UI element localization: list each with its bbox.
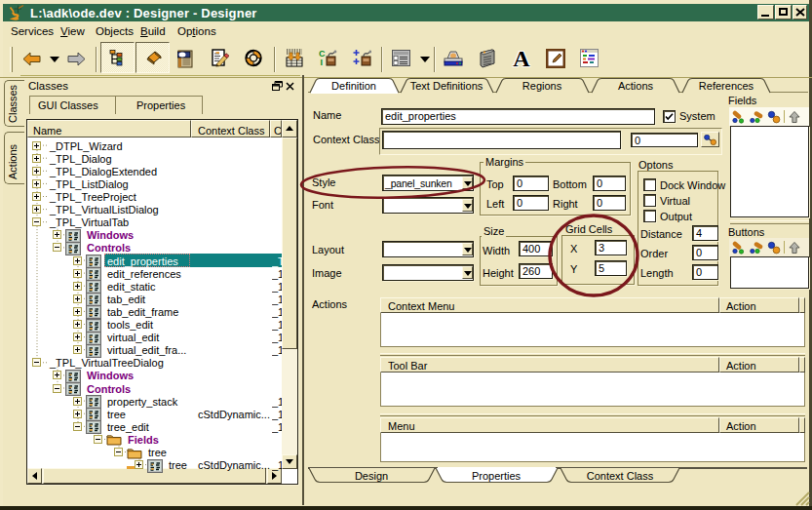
svg-text:I: I <box>321 58 324 67</box>
